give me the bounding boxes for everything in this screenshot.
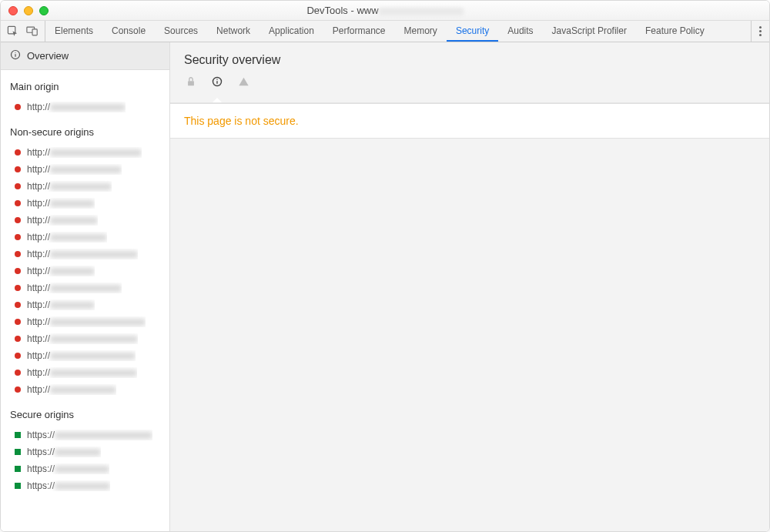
- origin-url: http://: [27, 102, 126, 112]
- lock-icon[interactable]: [186, 76, 196, 95]
- origin-url: http://: [27, 316, 146, 327]
- security-notice-text: This page is not secure.: [184, 115, 299, 127]
- insecure-indicator-icon: [15, 370, 21, 376]
- tab-sources[interactable]: Sources: [155, 21, 207, 42]
- device-toolbar-icon[interactable]: [26, 25, 38, 37]
- origin-scheme: https://: [27, 430, 55, 440]
- origin-item[interactable]: https://: [1, 477, 169, 494]
- redacted-host: [50, 104, 126, 111]
- origin-item[interactable]: http://: [1, 161, 169, 178]
- insecure-indicator-icon: [15, 166, 21, 172]
- origin-url: https://: [27, 480, 110, 491]
- window-title-prefix: DevTools - www: [306, 5, 378, 16]
- origin-item[interactable]: http://: [1, 246, 169, 263]
- insecure-indicator-icon: [15, 251, 21, 257]
- origin-scheme: http://: [27, 316, 50, 327]
- secure-indicator-icon: [15, 483, 21, 489]
- tab-application[interactable]: Application: [259, 21, 323, 42]
- redacted-host: [50, 386, 116, 393]
- secure-indicator-icon: [15, 449, 21, 455]
- redacted-host: [55, 432, 152, 439]
- warning-triangle-icon[interactable]: [238, 76, 249, 95]
- origin-scheme: http://: [27, 181, 50, 192]
- insecure-indicator-icon: [15, 268, 21, 274]
- origin-url: https://: [27, 463, 109, 474]
- tab-performance[interactable]: Performance: [323, 21, 395, 42]
- close-window-button[interactable]: [8, 6, 18, 15]
- redacted-host: [50, 319, 146, 326]
- tab-feature-policy[interactable]: Feature Policy: [636, 21, 714, 42]
- redacted-host: [50, 149, 142, 156]
- origin-scheme: http://: [27, 147, 50, 158]
- tab-js-profiler[interactable]: JavaScript Profiler: [543, 21, 636, 42]
- insecure-indicator-icon: [15, 386, 21, 393]
- tab-console[interactable]: Console: [102, 21, 155, 42]
- redacted-host: [50, 353, 136, 360]
- svg-rect-6: [188, 81, 194, 85]
- origin-item[interactable]: https://: [1, 460, 169, 477]
- origin-scheme: http://: [27, 164, 50, 175]
- more-options-icon[interactable]: [759, 26, 762, 36]
- origin-item[interactable]: http://: [1, 144, 169, 161]
- origin-url: http://: [27, 283, 122, 293]
- secure-indicator-icon: [15, 432, 21, 438]
- origin-url: http://: [27, 333, 138, 344]
- sidebar-item-overview[interactable]: Overview: [1, 42, 169, 70]
- redacted-host: [50, 217, 98, 224]
- origin-scheme: https://: [27, 480, 55, 491]
- origin-scheme: http://: [27, 283, 50, 293]
- origin-item[interactable]: https://: [1, 443, 169, 460]
- redacted-host: [55, 483, 110, 490]
- tab-audits[interactable]: Audits: [498, 21, 542, 42]
- origin-item[interactable]: http://: [1, 330, 169, 347]
- sidebar-section-nonsecure: Non-secure origins: [1, 115, 169, 144]
- origin-scheme: http://: [27, 215, 50, 226]
- zoom-window-button[interactable]: [39, 6, 49, 15]
- tab-memory[interactable]: Memory: [395, 21, 447, 42]
- origin-url: http://: [27, 350, 136, 361]
- origin-item[interactable]: http://: [1, 296, 169, 313]
- insecure-indicator-icon: [15, 319, 21, 325]
- origin-url: http://: [27, 367, 137, 378]
- insecure-indicator-icon: [15, 200, 21, 206]
- sidebar-section-main-origin: Main origin: [1, 70, 169, 99]
- insecure-indicator-icon: [15, 149, 21, 156]
- origin-scheme: http://: [27, 333, 50, 344]
- origin-item[interactable]: http://: [1, 364, 169, 381]
- security-overview-title: Security overview: [184, 53, 755, 67]
- origin-item[interactable]: http://: [1, 178, 169, 195]
- inspect-element-icon[interactable]: [7, 25, 18, 37]
- minimize-window-button[interactable]: [24, 6, 33, 15]
- svg-point-5: [15, 52, 15, 53]
- redacted-host: [50, 302, 95, 309]
- origin-item[interactable]: http://: [1, 263, 169, 279]
- info-circle-icon[interactable]: [212, 76, 223, 95]
- insecure-indicator-icon: [15, 104, 21, 110]
- origin-scheme: https://: [27, 447, 55, 457]
- origin-item[interactable]: http://: [1, 381, 169, 398]
- tab-security[interactable]: Security: [447, 21, 498, 42]
- origin-item[interactable]: http://: [1, 212, 169, 229]
- origin-url: http://: [27, 198, 95, 209]
- security-main: Security overview: [170, 42, 769, 531]
- origin-item[interactable]: https://: [1, 427, 169, 443]
- origin-item[interactable]: http://: [1, 229, 169, 246]
- origin-item[interactable]: http://: [1, 313, 169, 330]
- sidebar-section-secure: Secure origins: [1, 398, 169, 427]
- origin-item[interactable]: http://: [1, 99, 169, 115]
- origin-item[interactable]: http://: [1, 195, 169, 212]
- tab-network[interactable]: Network: [207, 21, 259, 42]
- tab-elements[interactable]: Elements: [45, 21, 102, 42]
- insecure-indicator-icon: [15, 183, 21, 189]
- info-circle-icon: [10, 49, 21, 62]
- origin-url: http://: [27, 181, 112, 192]
- panel-tabs: Elements Console Sources Network Applica…: [45, 21, 714, 42]
- security-state-icons: [186, 76, 755, 95]
- redacted-host: [50, 268, 95, 275]
- redacted-host: [50, 370, 137, 376]
- redacted-host: [50, 251, 138, 258]
- origin-item[interactable]: http://: [1, 279, 169, 296]
- nonsecure-origin-list: http://http://http://http://http://http:…: [1, 144, 169, 398]
- redacted-host: [50, 285, 122, 292]
- origin-item[interactable]: http://: [1, 347, 169, 364]
